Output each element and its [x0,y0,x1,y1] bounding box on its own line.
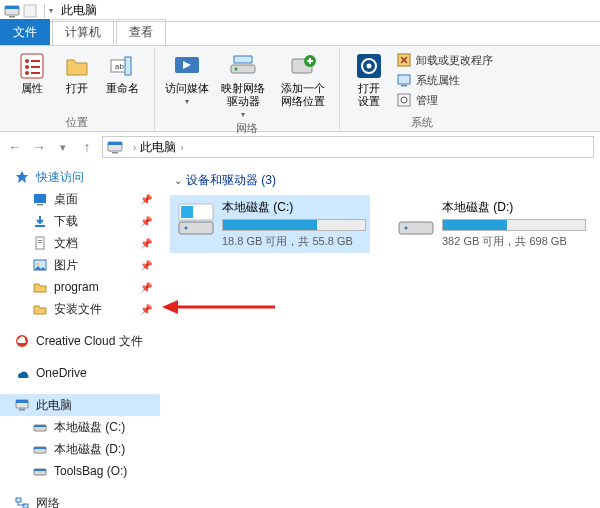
system-props-icon [396,72,412,88]
button-label: 重命名 [106,82,139,95]
pictures-icon [32,257,48,273]
settings-icon [353,50,385,82]
drive-usage-bar [442,219,586,231]
svg-rect-26 [398,94,410,106]
drive-free-text: 18.8 GB 可用，共 55.8 GB [222,234,366,249]
system-props-button[interactable]: 系统属性 [392,70,497,90]
svg-rect-34 [35,225,45,227]
sidebar-item-desktop[interactable]: 桌面 📌 [0,188,160,210]
sidebar-item-label: 桌面 [54,191,78,208]
pin-icon: 📌 [140,238,152,249]
chevron-right-icon[interactable]: › [133,142,136,153]
recent-dropdown[interactable]: ▾ [54,141,72,154]
drive-item-c[interactable]: 本地磁盘 (C:) 18.8 GB 可用，共 55.8 GB [170,195,370,253]
drive-icon [32,419,48,435]
button-label: 管理 [416,93,438,108]
chevron-down-icon: ⌄ [174,175,182,186]
tab-file[interactable]: 文件 [0,19,50,45]
button-label: 系统属性 [416,73,460,88]
tab-computer[interactable]: 计算机 [52,19,114,45]
svg-point-53 [185,227,188,230]
rename-icon: ab [106,50,138,82]
button-label: 打开 设置 [358,82,380,108]
rename-button[interactable]: ab 重命名 [98,50,146,95]
open-settings-button[interactable]: 打开 设置 [348,50,390,108]
svg-point-5 [25,59,29,63]
sidebar-item-label: 网络 [36,495,60,509]
star-icon [14,169,30,185]
svg-rect-6 [31,60,40,62]
svg-rect-56 [187,206,193,212]
map-drive-button[interactable]: 映射网络 驱动器 ▾ [215,50,271,121]
button-label: 访问媒体 [165,82,209,95]
pin-icon: 📌 [140,194,152,205]
manage-icon [396,92,412,108]
svg-rect-42 [16,400,28,403]
sidebar-item-drive-d[interactable]: 本地磁盘 (D:) [0,438,160,460]
access-media-button[interactable]: 访问媒体 ▾ [163,50,211,108]
chevron-right-icon[interactable]: › [180,142,183,153]
sidebar-item-program[interactable]: program 📌 [0,276,160,298]
svg-marker-31 [16,171,28,183]
sidebar-item-label: 文档 [54,235,78,252]
sidebar-item-pictures[interactable]: 图片 📌 [0,254,160,276]
ribbon-tabs: 文件 计算机 查看 [0,22,600,46]
sidebar-item-quickaccess[interactable]: 快速访问 [0,166,160,188]
drive-list: 本地磁盘 (C:) 18.8 GB 可用，共 55.8 GB 本地磁盘 (D:)… [170,195,590,253]
pin-icon: 📌 [140,260,152,271]
svg-rect-33 [37,204,43,206]
button-label: 打开 [66,82,88,95]
folder-icon [32,279,48,295]
ribbon-group-location: 属性 打开 ab 重命名 位置 [4,48,155,132]
sidebar-item-onedrive[interactable]: OneDrive [0,362,160,384]
section-header-devices[interactable]: ⌄ 设备和驱动器 (3) [170,168,590,193]
button-label: 卸载或更改程序 [416,53,493,68]
sidebar-item-network[interactable]: 网络 [0,492,160,508]
sidebar-item-label: 快速访问 [36,169,84,186]
sidebar-item-drive-o[interactable]: ToolsBag (O:) [0,460,160,482]
svg-rect-59 [399,222,433,234]
navbar: ← → ▾ ↑ › 此电脑 › [0,132,600,162]
sidebar-item-label: 安装文件 [54,301,102,318]
creative-cloud-icon [14,333,30,349]
address-bar[interactable]: › 此电脑 › [102,136,594,158]
map-drive-icon [227,50,259,82]
sidebar-item-documents[interactable]: 文档 📌 [0,232,160,254]
up-button[interactable]: ↑ [78,139,96,155]
manage-button[interactable]: 管理 [392,90,497,110]
tab-view[interactable]: 查看 [116,19,166,45]
sidebar-item-label: 图片 [54,257,78,274]
svg-rect-55 [181,206,187,212]
sidebar-item-creativecloud[interactable]: Creative Cloud 文件 [0,330,160,352]
svg-rect-2 [9,16,15,18]
properties-button[interactable]: 属性 [8,50,56,95]
open-button[interactable]: 打开 [60,50,94,95]
content-pane: ⌄ 设备和驱动器 (3) 本地磁盘 (C:) 18.8 GB 可用，共 55.8… [160,162,600,508]
back-button[interactable]: ← [6,139,24,155]
sidebar-item-thispc[interactable]: 此电脑 [0,394,160,416]
desktop-icon [32,191,48,207]
sidebar-item-install[interactable]: 安装文件 📌 [0,298,160,320]
forward-button[interactable]: → [30,139,48,155]
add-network-icon [287,50,319,82]
pc-icon [14,397,30,413]
svg-point-22 [367,64,372,69]
sidebar-item-label: 本地磁盘 (C:) [54,419,125,436]
add-netloc-button[interactable]: 添加一个 网络位置 [275,50,331,108]
svg-rect-58 [187,212,193,218]
annotation-arrow [160,292,280,322]
qat-dropdown-icon[interactable]: ▾ [49,6,53,15]
sidebar-item-label: ToolsBag (O:) [54,464,127,478]
sidebar-item-downloads[interactable]: 下载 📌 [0,210,160,232]
sidebar-item-label: OneDrive [36,366,87,380]
sidebar-item-drive-c[interactable]: 本地磁盘 (C:) [0,416,160,438]
sidebar-item-label: Creative Cloud 文件 [36,333,143,350]
svg-rect-50 [16,498,21,502]
drive-item-d[interactable]: 本地磁盘 (D:) 382 GB 可用，共 698 GB [390,195,590,253]
uninstall-button[interactable]: 卸载或更改程序 [392,50,497,70]
svg-rect-24 [398,75,410,84]
pc-icon [107,139,123,155]
breadcrumb-segment[interactable]: 此电脑 [140,139,176,156]
ribbon-group-system: 打开 设置 卸载或更改程序 系统属性 管理 系统 [344,48,503,132]
svg-rect-32 [34,194,46,203]
